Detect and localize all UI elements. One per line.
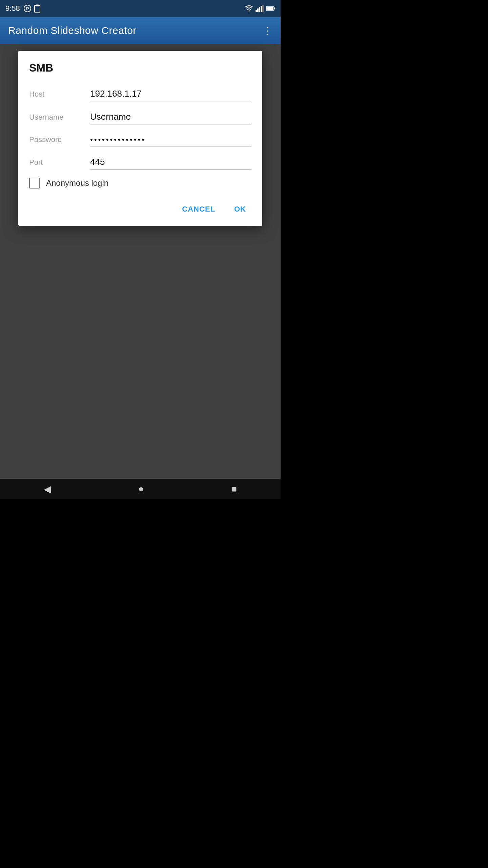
port-input[interactable]: [90, 155, 251, 169]
recent-button[interactable]: ■: [231, 484, 237, 494]
password-row: Password: [29, 133, 251, 146]
back-button[interactable]: ◀: [44, 484, 51, 495]
host-row: Host: [29, 86, 251, 101]
port-label: Port: [29, 155, 90, 167]
status-bar: 9:58 P: [0, 0, 281, 17]
username-input[interactable]: [90, 110, 251, 124]
home-button[interactable]: ●: [138, 484, 144, 494]
smb-dialog: SMB Host Username Password: [18, 51, 262, 226]
dialog-actions: CANCEL OK: [29, 201, 251, 218]
svg-rect-11: [274, 7, 275, 9]
svg-rect-8: [262, 5, 264, 12]
svg-text:P: P: [26, 6, 29, 11]
anonymous-login-checkbox[interactable]: [29, 178, 40, 189]
signal-icon: [256, 5, 264, 12]
pocket-icon: P: [23, 4, 32, 13]
status-icons-left: P: [23, 4, 41, 13]
dialog-overlay: SMB Host Username Password: [0, 44, 281, 479]
cancel-button[interactable]: CANCEL: [177, 201, 221, 218]
nav-bar: ◀ ● ■: [0, 479, 281, 499]
password-label: Password: [29, 133, 90, 144]
host-input[interactable]: [90, 86, 251, 101]
svg-rect-10: [266, 7, 273, 10]
svg-rect-3: [36, 5, 39, 6]
status-time: 9:58: [5, 4, 20, 13]
svg-rect-4: [256, 10, 257, 12]
ok-button[interactable]: OK: [229, 201, 251, 218]
clipboard-icon: [34, 4, 41, 13]
svg-rect-6: [259, 7, 260, 12]
host-label: Host: [29, 87, 90, 99]
svg-rect-7: [261, 6, 262, 12]
svg-rect-2: [35, 5, 40, 12]
main-content: Images Videos Main Storage SMB Host: [0, 44, 281, 479]
port-input-wrapper: [90, 155, 251, 170]
port-row: Port: [29, 155, 251, 170]
more-vert-icon[interactable]: ⋮: [263, 25, 272, 36]
app-bar: Random Slideshow Creator ⋮: [0, 17, 281, 44]
username-input-wrapper: [90, 110, 251, 124]
dialog-title: SMB: [29, 62, 251, 74]
password-input-wrapper: [90, 133, 251, 146]
anonymous-login-row[interactable]: Anonymous login: [29, 178, 251, 189]
host-input-wrapper: [90, 86, 251, 101]
status-left: 9:58 P: [5, 4, 41, 13]
username-label: Username: [29, 110, 90, 122]
status-icons-right: [245, 5, 275, 12]
battery-icon: [266, 6, 275, 11]
username-row: Username: [29, 110, 251, 124]
app-title: Random Slideshow Creator: [8, 25, 137, 36]
svg-rect-5: [257, 8, 259, 12]
anonymous-login-label: Anonymous login: [46, 178, 108, 188]
password-input[interactable]: [90, 133, 251, 146]
wifi-icon: [245, 5, 253, 12]
